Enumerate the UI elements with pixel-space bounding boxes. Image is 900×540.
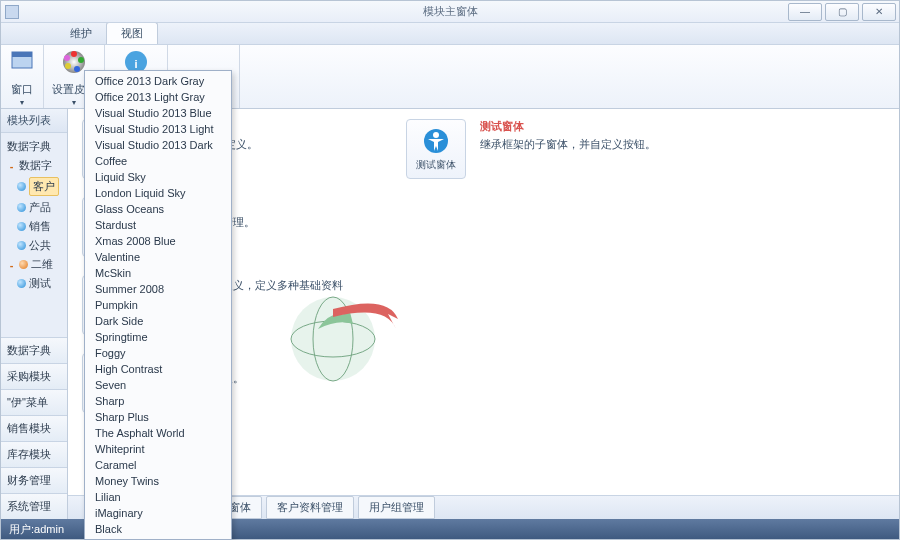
bottom-tab-customer[interactable]: 客户资料管理: [266, 496, 354, 519]
menu-item[interactable]: Black: [85, 521, 231, 537]
close-button[interactable]: ✕: [862, 3, 896, 21]
menu-item[interactable]: Seven: [85, 377, 231, 393]
menu-item[interactable]: iMaginary: [85, 505, 231, 521]
sidebar-header: 模块列表: [1, 109, 67, 133]
tree-node[interactable]: 销售: [3, 217, 65, 236]
menu-item[interactable]: Office 2013 Dark Gray: [85, 73, 231, 89]
menu-item[interactable]: Xmas 2008 Blue: [85, 233, 231, 249]
menu-item[interactable]: The Asphalt World: [85, 425, 231, 441]
svg-point-14: [433, 132, 439, 138]
nav-tree: 数据字典 -数据字 客户 产品 销售 公共 -二维 测试: [1, 133, 67, 337]
menu-item[interactable]: McSkin: [85, 265, 231, 281]
tree-node[interactable]: -二维: [3, 255, 65, 274]
sidebar-buttons: 数据字典 采购模块 "伊"菜单 销售模块 库存模块 财务管理 系统管理: [1, 337, 67, 519]
status-user: 用户:admin: [9, 522, 64, 537]
svg-point-7: [64, 55, 70, 61]
sidebar-btn-dict[interactable]: 数据字典: [1, 337, 67, 363]
menu-item[interactable]: Office 2013 Light Gray: [85, 89, 231, 105]
tree-root[interactable]: 数据字典: [3, 137, 65, 156]
tab-maintain[interactable]: 维护: [56, 23, 106, 44]
ribbon-window-button[interactable]: 窗口 ▾: [1, 45, 44, 108]
menu-item[interactable]: Coffee: [85, 153, 231, 169]
accessibility-icon: [421, 126, 451, 156]
tree-node[interactable]: 测试: [3, 274, 65, 293]
window-title: 模块主窗体: [423, 4, 478, 19]
menu-item[interactable]: Lilian: [85, 489, 231, 505]
menu-item[interactable]: High Contrast: [85, 361, 231, 377]
svg-point-3: [71, 51, 77, 57]
tree-node[interactable]: 客户: [3, 175, 65, 198]
svg-point-4: [78, 57, 84, 63]
menu-item[interactable]: Springtime: [85, 329, 231, 345]
menu-item[interactable]: Glass Oceans: [85, 201, 231, 217]
menu-item[interactable]: Sharp Plus: [85, 409, 231, 425]
menu-item[interactable]: Liquid Sky: [85, 169, 231, 185]
tab-view[interactable]: 视图: [106, 22, 158, 44]
menu-item[interactable]: Sharp: [85, 393, 231, 409]
menu-item[interactable]: Summer 2008: [85, 281, 231, 297]
app-window: 模块主窗体 — ▢ ✕ 维护 视图 窗口 ▾ 设置皮肤 ▾ i 关于MES ▾ …: [0, 0, 900, 540]
maximize-button[interactable]: ▢: [825, 3, 859, 21]
menu-item[interactable]: Visual Studio 2013 Blue: [85, 105, 231, 121]
menu-item[interactable]: Visual Studio 2013 Dark: [85, 137, 231, 153]
chevron-down-icon: ▾: [72, 100, 76, 106]
menu-item[interactable]: Foggy: [85, 345, 231, 361]
bottom-tab-usergroup[interactable]: 用户组管理: [358, 496, 435, 519]
svg-point-5: [74, 66, 80, 72]
tree-node[interactable]: 产品: [3, 198, 65, 217]
tree-node[interactable]: 公共: [3, 236, 65, 255]
chevron-down-icon: ▾: [20, 100, 24, 106]
sidebar-btn-stock[interactable]: 库存模块: [1, 441, 67, 467]
minimize-button[interactable]: —: [788, 3, 822, 21]
sidebar-btn-purchase[interactable]: 采购模块: [1, 363, 67, 389]
menu-item[interactable]: Whiteprint: [85, 441, 231, 457]
sidebar-btn-yi[interactable]: "伊"菜单: [1, 389, 67, 415]
sidebar-btn-finance[interactable]: 财务管理: [1, 467, 67, 493]
menu-item[interactable]: London Liquid Sky: [85, 185, 231, 201]
ribbon-tabs: 维护 视图: [1, 23, 899, 45]
window-icon: [9, 49, 35, 75]
menu-item[interactable]: Visual Studio 2013 Light: [85, 121, 231, 137]
menu-item[interactable]: Money Twins: [85, 473, 231, 489]
sidebar: 模块列表 数据字典 -数据字 客户 产品 销售 公共 -二维 测试 数据字典 采…: [1, 109, 68, 519]
menu-item[interactable]: Dark Side: [85, 313, 231, 329]
sidebar-btn-system[interactable]: 系统管理: [1, 493, 67, 519]
menu-item[interactable]: Caramel: [85, 457, 231, 473]
svg-rect-1: [12, 52, 32, 57]
svg-text:i: i: [134, 58, 137, 70]
card-test[interactable]: 测试窗体: [406, 119, 466, 179]
menu-item[interactable]: Stardust: [85, 217, 231, 233]
sidebar-btn-sales[interactable]: 销售模块: [1, 415, 67, 441]
svg-point-6: [65, 63, 71, 69]
tree-node[interactable]: -数据字: [3, 156, 65, 175]
titlebar: 模块主窗体 — ▢ ✕: [1, 1, 899, 23]
card-test-text: 测试窗体 继承框架的子窗体，并自定义按钮。: [480, 119, 656, 152]
skin-dropdown-menu: Office 2013 Dark Gray Office 2013 Light …: [84, 70, 232, 540]
app-icon: [5, 5, 19, 19]
menu-item[interactable]: Valentine: [85, 249, 231, 265]
menu-item[interactable]: Pumpkin: [85, 297, 231, 313]
